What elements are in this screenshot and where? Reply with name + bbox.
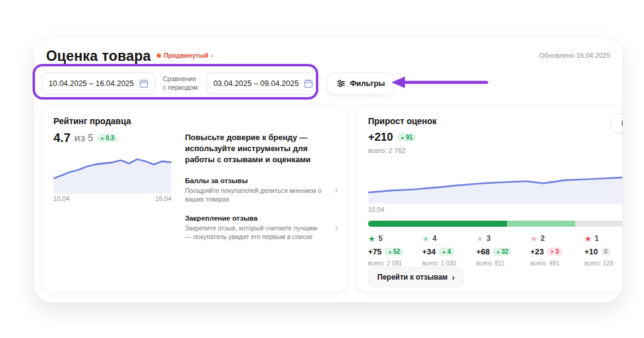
period-date-value: 10.04.2025 – 16.04.2025 (49, 79, 134, 88)
period-mode-button[interactable]: По дням (611, 114, 622, 133)
star-summary-4: ★4 +34▲4 всего: 1 030 (422, 234, 476, 267)
growth-delta-row: +210 ▲91 (368, 131, 416, 144)
star-delta: +34 (422, 247, 436, 256)
star-summary-5: ★5 +75▲52 всего: 2 091 (368, 234, 422, 267)
growth-delta-value: +210 (368, 131, 393, 144)
star-total: всего: 811 (476, 260, 530, 267)
growth-total: всего: 2 762 (368, 147, 406, 154)
growth-delta-badge: ▲91 (398, 133, 416, 141)
seller-rating-sparkline (53, 151, 171, 194)
star-icon: ★ (530, 235, 538, 243)
star-delta: +75 (368, 247, 382, 256)
star-summary-3: ★3 +68▲32 всего: 811 (476, 234, 530, 267)
growth-axis-label: 10.04 (368, 206, 384, 213)
arrow-up-icon: ▲ (100, 136, 104, 140)
star-icon: ★ (476, 235, 484, 243)
axis-start-label: 10.04 (53, 195, 69, 202)
star-summary-2: ★2 +23▼3 всего: 491 (530, 234, 584, 267)
arrow-up-icon: ▲ (401, 135, 405, 140)
promo-column: Повысьте доверие к бренду — используйте … (185, 132, 338, 241)
star-label: 4 (433, 234, 437, 243)
growth-chart (368, 162, 622, 203)
star-label: 1 (595, 234, 599, 243)
promo-item-pin-review[interactable]: Закрепление отзыва Закрепите отзыв, кото… (185, 214, 338, 241)
promo-item-title: Закрепление отзыва (185, 214, 325, 222)
star-summary-1: ★1 +100 всего: 129 (584, 234, 622, 267)
star-total: всего: 129 (584, 260, 622, 267)
star-total: всего: 1 030 (422, 260, 476, 267)
filters-label: Фильтры (350, 79, 385, 88)
filters-button[interactable]: Фильтры (328, 73, 394, 95)
chevron-right-icon: › (452, 273, 455, 282)
promo-item-text: Баллы за отзывы Поощряйте покупателей де… (185, 177, 325, 203)
page-title: Оценка товара (46, 48, 151, 65)
ratings-growth-panel: Прирост оценок По дням +210 ▲91 всего: 2… (356, 106, 622, 293)
distribution-segment (575, 221, 622, 227)
star-icon: ★ (422, 235, 430, 243)
promo-item-points[interactable]: Баллы за отзывы Поощряйте покупателей де… (185, 177, 338, 203)
star-icon: ★ (584, 235, 592, 243)
distribution-bar (368, 221, 622, 227)
star-change-badge: ▼3 (547, 248, 562, 256)
star-change-badge: 0 (601, 248, 611, 256)
chevron-right-icon: › (335, 184, 338, 195)
product-rating-card: Оценка товара Продвинутый › Обновлено 16… (34, 38, 622, 302)
ratings-growth-title: Прирост оценок (368, 116, 437, 126)
star-label: 5 (379, 234, 383, 243)
star-change-badge: ▲52 (385, 248, 403, 256)
period-date-picker[interactable]: 10.04.2025 – 16.04.2025 (42, 73, 155, 95)
go-to-reviews-label: Перейти к отзывам (377, 273, 448, 281)
seller-rating-delta-badge: ▲0.3 (97, 134, 117, 142)
star-total: всего: 491 (530, 260, 584, 267)
distribution-segment (507, 221, 575, 227)
promo-item-desc: Поощряйте покупателей делиться мнением о… (185, 186, 325, 203)
star-delta: +68 (476, 247, 490, 256)
plan-badge[interactable]: Продвинутый › (157, 52, 213, 59)
axis-end-label: 16.04 (155, 195, 171, 202)
plan-dot-icon (157, 53, 161, 58)
star-label: 2 (541, 234, 545, 243)
arrow-up-icon: ▲ (442, 250, 446, 254)
star-change-badge: ▲32 (493, 248, 511, 256)
star-delta: +10 (584, 247, 598, 256)
promo-item-title: Баллы за отзывы (185, 177, 325, 184)
seller-rating-panel: Рейтинг продавца 4.7 из 5 ▲0.3 10.04 16.… (42, 106, 347, 293)
arrow-up-icon: ▲ (388, 250, 392, 254)
arrow-up-icon: ▲ (496, 250, 500, 254)
sparkline-axis-labels: 10.04 16.04 (53, 195, 171, 202)
chevron-right-icon: › (211, 52, 213, 59)
arrow-down-icon: ▼ (550, 250, 554, 254)
distribution-segment (368, 221, 507, 227)
chevron-right-icon: › (335, 222, 338, 234)
promo-item-desc: Закрепите отзыв, который считаете лучшим… (185, 224, 325, 241)
plan-badge-label: Продвинутый (163, 52, 208, 59)
compare-date-value: 03.04.2025 – 09.04.2025 (213, 79, 299, 88)
promo-heading: Повысьте доверие к бренду — используйте … (185, 132, 339, 166)
toolbar: 10.04.2025 – 16.04.2025 Сравнение с пери… (42, 73, 394, 95)
card-header: Оценка товара Продвинутый › Обновлено 16… (46, 48, 610, 65)
calendar-icon (304, 79, 313, 88)
seller-rating-title: Рейтинг продавца (53, 116, 131, 126)
compare-date-picker[interactable]: 03.04.2025 – 09.04.2025 (206, 73, 320, 95)
compare-period-label: Сравнение с периодом: (163, 75, 199, 92)
seller-rating-scale: из 5 (74, 133, 93, 144)
seller-rating-value-row: 4.7 из 5 ▲0.3 (53, 131, 117, 145)
updated-timestamp: Обновлено 16.04.2025 (540, 52, 610, 59)
star-label: 3 (487, 234, 491, 243)
promo-item-text: Закрепление отзыва Закрепите отзыв, кото… (185, 214, 325, 241)
screenshot-stage: Оценка товара Продвинутый › Обновлено 16… (0, 0, 644, 338)
stars-summary-row: ★5 +75▲52 всего: 2 091 ★4 +34▲4 всего: 1… (368, 234, 622, 267)
seller-rating-value: 4.7 (53, 131, 71, 145)
star-icon: ★ (368, 235, 375, 243)
filters-icon (337, 79, 345, 88)
star-total: всего: 2 091 (368, 260, 422, 267)
star-delta: +23 (530, 247, 544, 256)
calendar-icon (139, 79, 149, 88)
go-to-reviews-button[interactable]: Перейти к отзывам › (368, 267, 464, 287)
star-change-badge: ▲4 (439, 248, 454, 256)
